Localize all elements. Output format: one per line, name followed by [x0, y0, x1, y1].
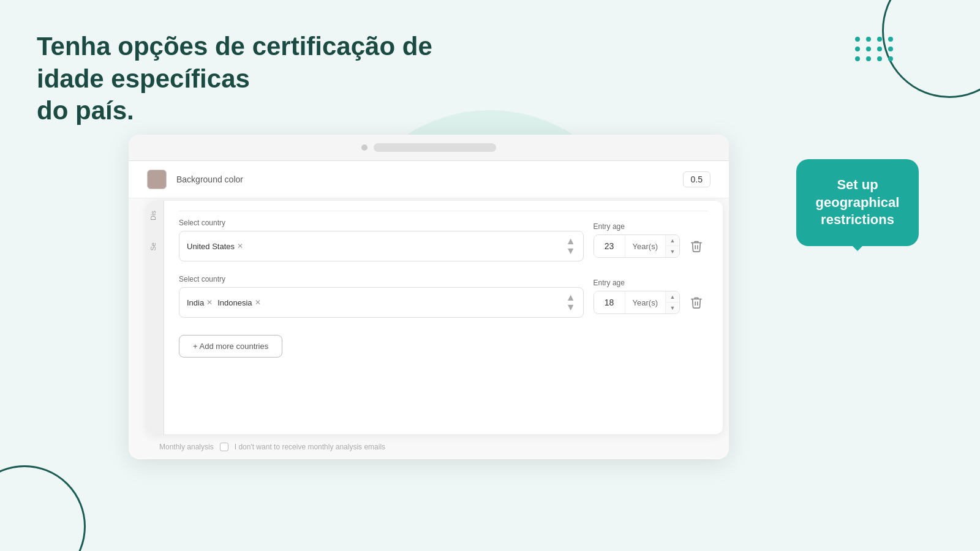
age-col-2: Entry age Year(s) ▲ ▼	[594, 279, 708, 314]
age-spinners-1: ▲ ▼	[665, 235, 679, 257]
tooltip-text: Set up geographical restrictions	[816, 177, 900, 227]
age-unit-1: Year(s)	[625, 236, 665, 257]
monthly-checkbox[interactable]	[220, 443, 228, 451]
dot-grid	[855, 37, 894, 61]
age-input-1[interactable]: Year(s) ▲ ▼	[594, 234, 680, 258]
age-number-2[interactable]	[594, 291, 625, 313]
main-heading: Tenha opções de certificação de idade es…	[37, 31, 435, 127]
country-tag-us-text: United States	[187, 242, 235, 251]
select-arrow-2: ▲ ▼	[566, 293, 576, 312]
country-select-2[interactable]: India ✕ Indonesia ✕ ▲ ▼	[179, 287, 584, 318]
monthly-checkbox-label: I don't want to receive monthly analysis…	[235, 443, 385, 451]
age-col-1: Entry age Year(s) ▲ ▼	[594, 222, 708, 258]
age-number-1[interactable]	[594, 235, 625, 257]
entry-age-label-1: Entry age	[594, 222, 708, 231]
settings-label: Background color	[176, 174, 673, 184]
country-tag-india: India ✕	[187, 298, 213, 307]
country-tag-indonesia-text: Indonesia	[217, 298, 252, 307]
browser-dot	[361, 144, 368, 151]
deco-circle-top-right	[882, 0, 980, 98]
country-row-1: Select country United States ✕ ▲ ▼	[179, 219, 708, 261]
browser-url-bar	[374, 143, 496, 152]
panel-divider	[179, 211, 708, 211]
country-col-2: Select country India ✕ Indonesia ✕	[179, 275, 584, 318]
panel-main: Select country United States ✕ ▲ ▼	[164, 201, 723, 434]
add-more-countries-label: + Add more countries	[193, 342, 268, 351]
monthly-label: Monthly analysis	[159, 443, 214, 451]
add-more-countries-button[interactable]: + Add more countries	[179, 335, 282, 358]
remove-india-icon[interactable]: ✕	[206, 298, 213, 307]
country-tag-us: United States ✕	[187, 242, 243, 251]
left-sidebar-stub: Dis Se	[147, 201, 164, 434]
delete-row-2[interactable]	[685, 293, 708, 312]
country-col-1: Select country United States ✕ ▲ ▼	[179, 219, 584, 261]
age-down-1[interactable]: ▼	[666, 246, 679, 257]
monthly-row: Monthly analysis I don't want to receive…	[159, 443, 385, 451]
select-country-label-1: Select country	[179, 219, 584, 227]
sidebar-section1: Dis	[147, 201, 159, 230]
outer-card: Background color 0.5 Dis Se Select count…	[129, 135, 729, 459]
country-row-2: Select country India ✕ Indonesia ✕	[179, 275, 708, 318]
entry-age-label-2: Entry age	[594, 279, 708, 287]
remove-indonesia-icon[interactable]: ✕	[255, 298, 261, 307]
color-swatch[interactable]	[147, 170, 167, 189]
delete-row-1[interactable]	[685, 237, 708, 255]
country-select-1[interactable]: United States ✕ ▲ ▼	[179, 231, 584, 261]
inner-panel: Dis Se Select country United States ✕	[147, 201, 723, 434]
age-up-1[interactable]: ▲	[666, 235, 679, 246]
select-arrow-1: ▲ ▼	[566, 236, 576, 256]
tooltip-bubble: Set up geographical restrictions	[796, 159, 919, 246]
country-tag-india-text: India	[187, 298, 204, 307]
age-input-2[interactable]: Year(s) ▲ ▼	[594, 291, 680, 314]
remove-us-icon[interactable]: ✕	[237, 242, 243, 250]
age-spinners-2: ▲ ▼	[665, 291, 679, 313]
country-tag-indonesia: Indonesia ✕	[217, 298, 260, 307]
select-country-label-2: Select country	[179, 275, 584, 283]
age-up-2[interactable]: ▲	[666, 291, 679, 302]
settings-row: Background color 0.5	[129, 161, 729, 198]
age-down-2[interactable]: ▼	[666, 302, 679, 313]
settings-value: 0.5	[683, 171, 710, 187]
sidebar-section2: Se	[147, 233, 159, 260]
deco-circle-bottom-left	[0, 465, 86, 551]
browser-bar	[129, 135, 729, 161]
age-unit-2: Year(s)	[625, 292, 665, 313]
inner-content: Background color 0.5 Dis Se Select count…	[129, 161, 729, 459]
